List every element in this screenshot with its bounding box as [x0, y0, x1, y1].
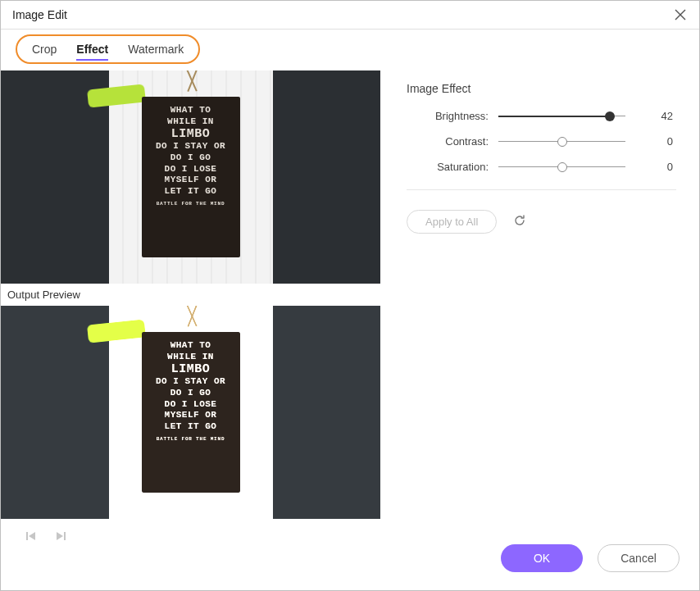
divider	[407, 189, 676, 190]
footer: OK Cancel	[1, 530, 699, 590]
poster-line: WHILE IN	[145, 116, 237, 128]
poster-line: LET IT GO	[145, 421, 237, 433]
tab-watermark[interactable]: Watermark	[128, 41, 184, 57]
poster-line: DO I STAY OR	[145, 141, 237, 152]
poster-line: WHAT TO	[145, 105, 237, 116]
poster-line: DO I GO	[145, 152, 237, 164]
green-swipe	[87, 319, 146, 343]
poster-line: MYSELF OR	[145, 175, 237, 186]
poster-line: LET IT GO	[145, 186, 237, 198]
window-title: Image Edit	[12, 8, 67, 21]
brightness-slider[interactable]	[498, 111, 625, 122]
output-preview-label: Output Preview	[1, 284, 380, 306]
left-column: WHAT TO WHILE IN LIMBO DO I STAY OR DO I…	[1, 70, 380, 556]
main: WHAT TO WHILE IN LIMBO DO I STAY OR DO I…	[1, 64, 699, 556]
brightness-label: Brightness:	[407, 110, 489, 122]
poster: WHAT TO WHILE IN LIMBO DO I STAY OR DO I…	[142, 97, 240, 257]
brightness-row: Brightness: 42	[407, 110, 676, 122]
saturation-label: Saturation:	[407, 161, 489, 173]
preview-image: WHAT TO WHILE IN LIMBO DO I STAY OR DO I…	[109, 70, 273, 284]
green-swipe	[87, 84, 146, 107]
tab-crop[interactable]: Crop	[32, 41, 57, 57]
preview-image-output: WHAT TO WHILE IN LIMBO DO I STAY OR DO I…	[109, 306, 273, 519]
contrast-slider[interactable]	[498, 136, 625, 148]
apply-to-all-button[interactable]: Apply to All	[407, 210, 497, 234]
poster-line: DO I STAY OR	[145, 376, 237, 388]
poster-line: MYSELF OR	[145, 410, 237, 421]
poster-line: LIMBO	[145, 128, 237, 142]
ok-button[interactable]: OK	[501, 544, 583, 572]
titlebar: Image Edit	[1, 1, 699, 30]
contrast-label: Contrast:	[407, 135, 489, 148]
output-preview: WHAT TO WHILE IN LIMBO DO I STAY OR DO I…	[1, 306, 380, 519]
poster-footer: BATTLE FOR THE MIND	[145, 436, 237, 442]
cancel-button[interactable]: Cancel	[598, 544, 680, 572]
brightness-value: 42	[635, 110, 676, 122]
close-icon[interactable]	[673, 7, 688, 22]
poster-line: WHILE IN	[145, 352, 237, 363]
tab-effect[interactable]: Effect	[76, 41, 108, 57]
saturation-slider[interactable]	[498, 161, 625, 173]
poster-line: LIMBO	[145, 363, 237, 377]
saturation-row: Saturation: 0	[407, 161, 676, 173]
poster-line: DO I LOSE	[145, 399, 237, 411]
contrast-row: Contrast: 0	[407, 135, 676, 148]
poster-line: DO I GO	[145, 388, 237, 399]
tabs-container: Crop Effect Watermark	[1, 30, 699, 64]
effect-panel: Image Effect Brightness: 42 Contrast: 0 …	[380, 70, 684, 556]
saturation-value: 0	[635, 161, 676, 173]
tabs: Crop Effect Watermark	[16, 34, 200, 64]
reset-icon[interactable]	[513, 214, 526, 230]
contrast-value: 0	[635, 135, 676, 148]
source-preview: WHAT TO WHILE IN LIMBO DO I STAY OR DO I…	[1, 70, 380, 284]
poster-line: WHAT TO	[145, 340, 237, 352]
section-title: Image Effect	[407, 82, 676, 95]
poster-footer: BATTLE FOR THE MIND	[145, 201, 237, 207]
poster-output: WHAT TO WHILE IN LIMBO DO I STAY OR DO I…	[142, 332, 240, 493]
poster-line: DO I LOSE	[145, 164, 237, 175]
apply-row: Apply to All	[407, 210, 676, 234]
